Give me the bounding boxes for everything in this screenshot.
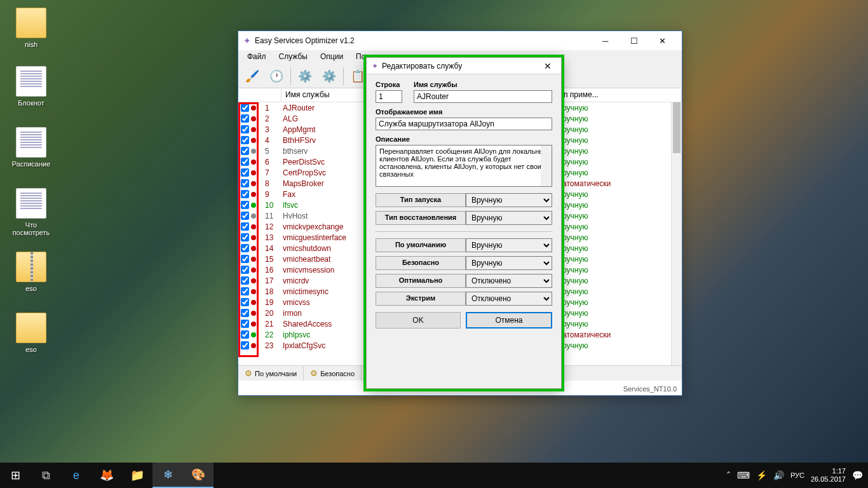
menu-options[interactable]: Опции bbox=[314, 50, 349, 64]
maximize-button[interactable]: ☐ bbox=[620, 31, 648, 50]
status-dot-icon bbox=[251, 246, 256, 251]
toolbar-list-icon[interactable]: 📋 bbox=[348, 66, 368, 86]
label-recovery-type: Тип восстановления bbox=[376, 211, 466, 225]
row-checkbox[interactable] bbox=[241, 201, 249, 209]
row-checkbox[interactable] bbox=[241, 266, 249, 274]
default-select[interactable]: Вручную bbox=[466, 238, 552, 252]
toolbar-refresh-icon[interactable]: 🕐 bbox=[266, 66, 287, 86]
desktop-icon-eso[interactable]: eso bbox=[9, 313, 53, 353]
row-checkbox[interactable] bbox=[241, 244, 249, 252]
startup-type-select[interactable]: Вручную bbox=[466, 193, 552, 207]
firefox-icon[interactable]: 🦊 bbox=[92, 463, 122, 488]
scroll-thumb[interactable] bbox=[673, 102, 681, 153]
ok-button[interactable]: OK bbox=[376, 312, 461, 329]
row-number-input[interactable] bbox=[376, 90, 402, 103]
minimize-button[interactable]: ─ bbox=[591, 31, 620, 50]
apply-type: атоматически bbox=[561, 330, 682, 339]
row-index: 10 bbox=[264, 201, 281, 210]
row-checkbox[interactable] bbox=[241, 158, 249, 166]
scrollbar[interactable] bbox=[671, 102, 682, 365]
desktop-icon-Расписание[interactable]: Расписание bbox=[9, 127, 53, 168]
col-check[interactable] bbox=[238, 88, 281, 102]
start-button[interactable]: ⊞ bbox=[0, 463, 31, 488]
toolbar-gear1-icon[interactable]: ⚙️ bbox=[295, 66, 315, 86]
display-name-input[interactable] bbox=[376, 118, 552, 130]
row-checkbox[interactable] bbox=[241, 190, 249, 198]
row-checkbox[interactable] bbox=[241, 114, 249, 123]
tray-network-icon[interactable]: ⚡ bbox=[756, 470, 767, 480]
row-checkbox[interactable] bbox=[241, 222, 249, 231]
close-button[interactable]: ✕ bbox=[648, 31, 677, 50]
desktop-icon-label: eso bbox=[9, 285, 53, 292]
tray-clock[interactable]: 1:17 26.05.2017 bbox=[811, 467, 846, 484]
row-index: 5 bbox=[264, 147, 281, 156]
dialog-close-button[interactable]: ✕ bbox=[539, 58, 556, 74]
row-checkbox[interactable] bbox=[241, 147, 249, 155]
row-checkbox[interactable] bbox=[241, 298, 249, 306]
toolbar-paint-icon[interactable]: 🖌️ bbox=[242, 66, 262, 86]
row-checkbox[interactable] bbox=[241, 276, 249, 285]
label-optimal: Оптимально bbox=[376, 274, 466, 288]
row-index: 12 bbox=[264, 222, 281, 231]
app-icon: ✦ bbox=[243, 36, 251, 46]
desktop-icon-eso[interactable]: eso bbox=[9, 252, 53, 292]
apply-type: атоматически bbox=[561, 179, 682, 188]
row-checkbox[interactable] bbox=[241, 255, 249, 263]
row-index: 4 bbox=[264, 136, 281, 145]
row-checkbox[interactable] bbox=[241, 330, 249, 339]
menu-file[interactable]: Файл bbox=[241, 50, 273, 64]
status-dot-icon bbox=[251, 343, 256, 348]
label-extreme: Экстрим bbox=[376, 292, 466, 306]
row-index: 7 bbox=[264, 168, 281, 177]
toolbar-gear2-icon[interactable]: ⚙️ bbox=[319, 66, 339, 86]
system-tray: ˄ ⌨ ⚡ 🔊 РУС 1:17 26.05.2017 💬 bbox=[726, 463, 868, 488]
row-checkbox[interactable] bbox=[241, 136, 249, 144]
row-checkbox[interactable] bbox=[241, 179, 249, 187]
desktop-icon-Блокнот[interactable]: Блокнот bbox=[9, 66, 53, 107]
explorer-icon[interactable]: 📁 bbox=[122, 463, 153, 488]
tray-keyboard-icon[interactable]: ⌨ bbox=[737, 470, 750, 480]
status-dot-icon bbox=[251, 127, 256, 132]
menu-services[interactable]: Службы bbox=[273, 50, 314, 64]
desktop-icon-nish[interactable]: nish bbox=[9, 8, 53, 48]
row-checkbox[interactable] bbox=[241, 125, 249, 133]
dialog-titlebar[interactable]: ✦ Редактировать службу ✕ bbox=[367, 58, 561, 74]
titlebar[interactable]: ✦ Easy Services Optimizer v1.2 ─ ☐ ✕ bbox=[238, 31, 682, 50]
row-checkbox[interactable] bbox=[241, 212, 249, 220]
tray-volume-icon[interactable]: 🔊 bbox=[773, 470, 784, 480]
row-checkbox[interactable] bbox=[241, 309, 249, 317]
service-name-input[interactable] bbox=[414, 90, 552, 103]
tray-language[interactable]: РУС bbox=[790, 471, 804, 479]
row-checkbox[interactable] bbox=[241, 233, 249, 241]
paint-taskbar-icon[interactable]: 🎨 bbox=[183, 463, 214, 488]
row-checkbox[interactable] bbox=[241, 320, 249, 328]
col-apply[interactable]: п приме... bbox=[560, 88, 682, 102]
row-checkbox[interactable] bbox=[241, 341, 249, 349]
label-safe: Безопасно bbox=[376, 256, 466, 270]
taskview-button[interactable]: ⧉ bbox=[31, 463, 61, 488]
optimal-select[interactable]: Отключено bbox=[466, 274, 552, 288]
tab-safe[interactable]: ⚙Безопасно bbox=[304, 366, 362, 381]
row-index: 11 bbox=[264, 212, 281, 220]
status-dot-icon bbox=[251, 300, 256, 305]
row-index: 20 bbox=[264, 309, 281, 318]
tray-chevron-icon[interactable]: ˄ bbox=[726, 470, 731, 480]
row-checkbox[interactable] bbox=[241, 168, 249, 177]
row-checkbox[interactable] bbox=[241, 104, 249, 112]
eso-taskbar-icon[interactable]: ❄ bbox=[153, 463, 183, 488]
safe-select[interactable]: Вручную bbox=[466, 256, 552, 270]
status-dot-icon bbox=[251, 235, 256, 240]
tab-default[interactable]: ⚙По умолчани bbox=[238, 366, 304, 381]
cancel-button[interactable]: Отмена bbox=[466, 312, 552, 329]
recovery-type-select[interactable]: Вручную bbox=[466, 211, 552, 225]
edge-icon[interactable]: e bbox=[61, 463, 92, 488]
desktop-icon-Что посмотреть[interactable]: Что посмотреть bbox=[9, 188, 53, 236]
status-dot-icon bbox=[251, 181, 256, 186]
extreme-select[interactable]: Отключено bbox=[466, 292, 552, 306]
label-default: По умолчанию bbox=[376, 238, 466, 252]
status-dot-icon bbox=[251, 214, 256, 219]
row-checkbox[interactable] bbox=[241, 287, 249, 295]
tray-notifications-icon[interactable]: 💬 bbox=[852, 470, 863, 480]
description-textarea[interactable]: Перенаправляет сообщения AllJoyn для лок… bbox=[376, 145, 552, 187]
folder-icon bbox=[16, 8, 46, 38]
